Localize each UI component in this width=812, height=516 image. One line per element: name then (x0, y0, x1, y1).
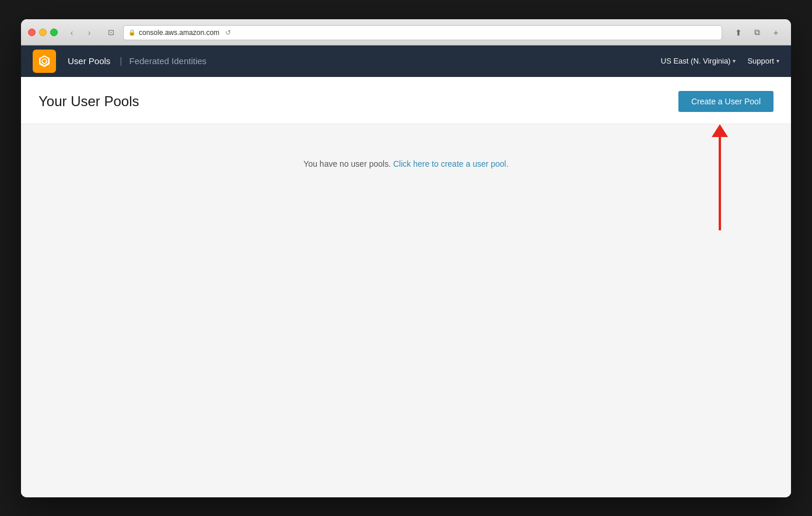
lock-icon: 🔒 (128, 29, 135, 36)
annotation-arrow (712, 124, 728, 230)
content-header: Your User Pools Create a User Pool (21, 77, 791, 124)
region-selector[interactable]: US East (N. Virginia) ▾ (661, 57, 736, 65)
nav-right: US East (N. Virginia) ▾ Support ▾ (661, 57, 779, 65)
app-container: User Pools | Federated Identities US Eas… (21, 45, 791, 497)
main-content: Your User Pools Create a User Pool You h… (21, 77, 791, 497)
browser-chrome: ‹ › ⊡ 🔒 console.aws.amazon.com ↺ ⬆ ⧉ + (21, 19, 791, 45)
create-user-pool-button[interactable]: Create a User Pool (678, 91, 774, 112)
empty-message: You have no user pools. Click here to cr… (38, 159, 774, 169)
top-nav: User Pools | Federated Identities US Eas… (21, 45, 791, 77)
url-text: console.aws.amazon.com (139, 29, 219, 37)
nav-links: User Pools | Federated Identities (65, 56, 206, 66)
back-button[interactable]: ‹ (64, 26, 80, 39)
page-title: Your User Pools (38, 93, 139, 110)
address-bar[interactable]: 🔒 console.aws.amazon.com ↺ (123, 25, 722, 40)
maximize-button[interactable] (50, 29, 58, 36)
refresh-button[interactable]: ↺ (225, 29, 231, 37)
browser-window: ‹ › ⊡ 🔒 console.aws.amazon.com ↺ ⬆ ⧉ + (21, 19, 791, 497)
content-body: You have no user pools. Click here to cr… (21, 124, 791, 497)
empty-text: You have no user pools. (303, 159, 391, 169)
cognito-icon (37, 54, 51, 68)
aws-logo (33, 50, 56, 73)
minimize-button[interactable] (39, 29, 47, 36)
support-menu[interactable]: Support ▾ (747, 57, 779, 65)
duplicate-tab-button[interactable]: ⧉ (749, 26, 765, 39)
arrow-head (712, 124, 728, 137)
share-button[interactable]: ⬆ (730, 26, 747, 39)
region-chevron-icon: ▾ (733, 58, 736, 64)
reading-mode-button[interactable]: ⊡ (104, 26, 117, 39)
new-tab-button[interactable]: + (768, 26, 784, 39)
create-user-pool-link[interactable]: Click here to create a user pool. (393, 159, 509, 169)
support-chevron-icon: ▾ (776, 58, 779, 64)
user-pools-nav-link[interactable]: User Pools (65, 56, 113, 66)
arrow-line (719, 137, 721, 230)
browser-actions: ⬆ ⧉ + (730, 26, 784, 39)
forward-button[interactable]: › (81, 26, 97, 39)
close-button[interactable] (28, 29, 36, 36)
nav-separator: | (120, 56, 122, 66)
nav-buttons: ‹ › (64, 26, 97, 39)
support-label: Support (747, 57, 774, 65)
traffic-lights (28, 29, 58, 36)
region-label: US East (N. Virginia) (661, 57, 731, 65)
federated-identities-nav-link[interactable]: Federated Identities (130, 56, 207, 66)
